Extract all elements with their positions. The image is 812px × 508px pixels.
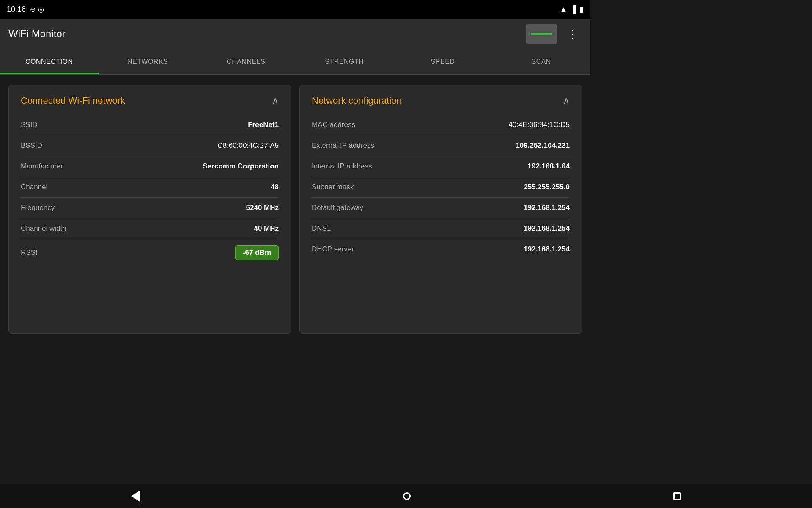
channel-row: Channel 48 xyxy=(21,177,279,198)
external-ip-label: External IP address xyxy=(312,141,374,150)
subnet-value: 255.255.255.0 xyxy=(524,183,570,191)
internal-ip-label: Internal IP address xyxy=(312,162,372,171)
tab-speed[interactable]: SPEED xyxy=(394,49,492,74)
dhcp-label: DHCP server xyxy=(312,245,354,254)
gateway-value: 192.168.1.254 xyxy=(524,204,570,212)
notification-icon-2: ◎ xyxy=(38,6,44,14)
connected-network-title: Connected Wi-Fi network xyxy=(21,95,125,106)
manufacturer-label: Manufacturer xyxy=(21,162,63,171)
main-content: Connected Wi-Fi network ∧ SSID FreeNet1 … xyxy=(0,75,590,344)
tab-strength[interactable]: STRENGTH xyxy=(295,49,394,74)
channel-width-value: 40 MHz xyxy=(254,224,279,233)
network-config-title: Network configuration xyxy=(312,95,402,106)
frequency-label: Frequency xyxy=(21,204,55,212)
channel-value: 48 xyxy=(271,183,279,191)
bssid-label: BSSID xyxy=(21,141,42,150)
dns1-row: DNS1 192.168.1.254 xyxy=(312,218,570,239)
dhcp-value: 192.168.1.254 xyxy=(524,245,570,254)
tab-networks[interactable]: NETWORKS xyxy=(99,49,197,74)
bssid-row: BSSID C8:60:00:4C:27:A5 xyxy=(21,135,279,156)
ssid-value: FreeNet1 xyxy=(248,121,279,129)
gateway-row: Default gateway 192.168.1.254 xyxy=(312,198,570,218)
connected-network-chevron[interactable]: ∧ xyxy=(272,95,279,106)
signal-icon: ▐ xyxy=(571,5,576,14)
thumbnail-line xyxy=(531,33,552,35)
app-title: WiFi Monitor xyxy=(8,28,66,40)
rssi-row: RSSI -67 dBm xyxy=(21,239,279,266)
subnet-label: Subnet mask xyxy=(312,183,354,191)
dhcp-row: DHCP server 192.168.1.254 xyxy=(312,239,570,260)
mac-label: MAC address xyxy=(312,121,355,129)
frequency-row: Frequency 5240 MHz xyxy=(21,198,279,218)
dns1-label: DNS1 xyxy=(312,224,331,233)
mac-value: 40:4E:36:84:1C:D5 xyxy=(508,121,570,129)
ssid-label: SSID xyxy=(21,121,38,129)
frequency-value: 5240 MHz xyxy=(246,204,279,212)
tab-connection[interactable]: CONNECTION xyxy=(0,49,99,74)
status-time: 10:16 xyxy=(7,5,26,14)
status-right: ▲ ▐ ▮ xyxy=(560,5,584,14)
app-bar-actions: ⋮ xyxy=(526,24,582,44)
channel-width-row: Channel width 40 MHz xyxy=(21,218,279,239)
external-ip-value: 109.252.104.221 xyxy=(516,141,570,150)
channel-width-label: Channel width xyxy=(21,224,66,233)
internal-ip-value: 192.168.1.64 xyxy=(528,162,570,171)
battery-icon: ▮ xyxy=(579,5,584,14)
rssi-label: RSSI xyxy=(21,248,38,257)
network-config-header: Network configuration ∧ xyxy=(312,95,570,106)
thumbnail-button[interactable] xyxy=(526,24,557,44)
status-bar: 10:16 ⊕ ◎ ▲ ▐ ▮ xyxy=(0,0,590,19)
network-config-card: Network configuration ∧ MAC address 40:4… xyxy=(299,85,582,334)
rssi-badge: -67 dBm xyxy=(235,245,279,260)
notification-icon-1: ⊕ xyxy=(30,6,36,14)
mac-row: MAC address 40:4E:36:84:1C:D5 xyxy=(312,115,570,135)
internal-ip-row: Internal IP address 192.168.1.64 xyxy=(312,156,570,177)
status-left: 10:16 ⊕ ◎ xyxy=(7,5,44,14)
channel-label: Channel xyxy=(21,183,47,191)
ssid-row: SSID FreeNet1 xyxy=(21,115,279,135)
dns1-value: 192.168.1.254 xyxy=(524,224,570,233)
status-icons: ⊕ ◎ xyxy=(30,6,44,14)
more-options-button[interactable]: ⋮ xyxy=(563,25,582,43)
subnet-row: Subnet mask 255.255.255.0 xyxy=(312,177,570,198)
manufacturer-row: Manufacturer Sercomm Corporation xyxy=(21,156,279,177)
tab-channels[interactable]: CHANNELS xyxy=(197,49,295,74)
network-config-chevron[interactable]: ∧ xyxy=(563,95,570,106)
connected-network-card: Connected Wi-Fi network ∧ SSID FreeNet1 … xyxy=(8,85,291,334)
manufacturer-value: Sercomm Corporation xyxy=(203,162,279,171)
gateway-label: Default gateway xyxy=(312,204,363,212)
wifi-status-icon: ▲ xyxy=(560,5,567,14)
app-bar: WiFi Monitor ⋮ xyxy=(0,19,590,49)
connected-network-header: Connected Wi-Fi network ∧ xyxy=(21,95,279,106)
external-ip-row: External IP address 109.252.104.221 xyxy=(312,135,570,156)
tab-bar: CONNECTION NETWORKS CHANNELS STRENGTH SP… xyxy=(0,49,590,75)
bssid-value: C8:60:00:4C:27:A5 xyxy=(217,141,279,150)
tab-scan[interactable]: SCAN xyxy=(492,49,590,74)
